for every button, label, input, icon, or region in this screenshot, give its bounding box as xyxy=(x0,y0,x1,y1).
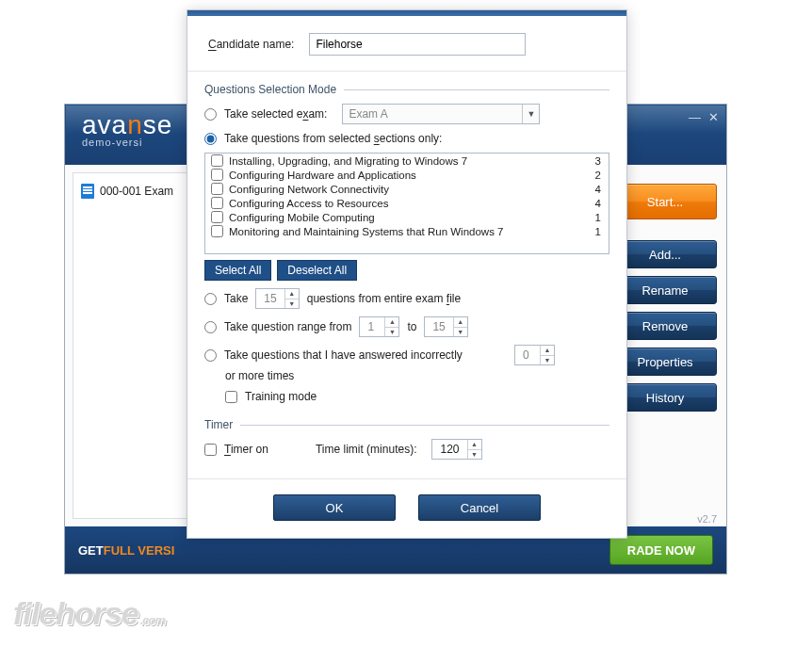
select-all-button[interactable]: Select All xyxy=(204,260,271,281)
spin-down-icon[interactable]: ▼ xyxy=(285,299,299,309)
section-count: 2 xyxy=(595,170,603,181)
close-icon[interactable]: ✕ xyxy=(708,110,719,124)
range-to-spinner[interactable]: 15▲▼ xyxy=(424,316,467,337)
candidate-name-input[interactable] xyxy=(309,33,526,56)
training-mode-checkbox[interactable] xyxy=(225,391,237,403)
add-button[interactable]: Add... xyxy=(613,240,717,268)
history-button[interactable]: History xyxy=(613,383,717,412)
ok-button[interactable]: OK xyxy=(273,494,396,521)
questions-selection-mode-heading: Questions Selection Mode xyxy=(204,83,609,96)
exam-item-label: 000-001 Exam xyxy=(100,185,173,198)
section-row[interactable]: Configuring Hardware and Applications2 xyxy=(205,168,609,182)
section-checkbox[interactable] xyxy=(211,154,223,167)
range-from-spinner[interactable]: 1▲▼ xyxy=(359,316,399,337)
spin-up-icon[interactable]: ▲ xyxy=(285,289,299,299)
section-label: Configuring Network Connectivity xyxy=(229,184,389,195)
time-limit-label: Time limit (minutes): xyxy=(316,443,417,456)
section-row[interactable]: Monitoring and Maintaining Systems that … xyxy=(205,224,609,238)
section-checkbox[interactable] xyxy=(211,225,223,237)
section-row[interactable]: Configuring Network Connectivity4 xyxy=(205,182,609,196)
timer-on-label: Timer on xyxy=(224,443,268,456)
section-label: Installing, Upgrading, and Migrating to … xyxy=(229,155,467,167)
section-row[interactable]: Configuring Mobile Computing1 xyxy=(205,210,609,224)
filehorse-watermark: filehorse.com xyxy=(13,595,165,632)
incorrect-times-spinner[interactable]: 0▲▼ xyxy=(514,345,555,365)
take-incorrect-radio[interactable] xyxy=(204,349,217,362)
section-count: 1 xyxy=(595,226,603,237)
section-count: 4 xyxy=(595,184,603,195)
take-selected-exam-label: Take selected exam: xyxy=(224,107,327,121)
candidate-name-label: Candidate name: xyxy=(208,38,294,51)
question-count-spinner[interactable]: 15▲▼ xyxy=(255,288,299,309)
remove-button[interactable]: Remove xyxy=(613,312,717,340)
timer-heading: Timer xyxy=(204,418,609,431)
upgrade-button[interactable]: RADE NOW xyxy=(609,535,713,565)
minimize-icon[interactable]: — xyxy=(689,110,701,124)
start-button[interactable]: Start... xyxy=(613,184,717,219)
exam-combo-value: Exam A xyxy=(349,107,387,121)
section-label: Configuring Access to Resources xyxy=(229,198,388,209)
version-label: v2.7 xyxy=(697,513,717,525)
exam-combo[interactable]: Exam A ▼ xyxy=(342,104,540,124)
take-selected-exam-radio[interactable] xyxy=(204,108,217,121)
document-icon xyxy=(81,184,94,199)
section-checkbox[interactable] xyxy=(211,197,223,209)
training-mode-label: Training mode xyxy=(245,390,317,403)
start-exam-dialog: Candidate name: Questions Selection Mode… xyxy=(187,9,627,539)
properties-button[interactable]: Properties xyxy=(613,348,717,376)
action-button-column: Start... Add... Rename Remove Properties… xyxy=(613,165,726,526)
rename-button[interactable]: Rename xyxy=(613,276,717,304)
cancel-button[interactable]: Cancel xyxy=(418,494,541,521)
section-checkbox[interactable] xyxy=(211,169,223,181)
section-row[interactable]: Installing, Upgrading, and Migrating to … xyxy=(205,154,609,168)
section-count: 4 xyxy=(595,198,603,209)
time-limit-spinner[interactable]: 120▲▼ xyxy=(431,439,481,460)
take-sections-label: Take questions from selected sections on… xyxy=(224,132,442,145)
section-label: Monitoring and Maintaining Systems that … xyxy=(229,226,503,237)
timer-on-checkbox[interactable] xyxy=(204,444,217,456)
section-label: Configuring Hardware and Applications xyxy=(229,170,416,181)
chevron-down-icon: ▼ xyxy=(522,105,539,123)
take-sections-radio[interactable] xyxy=(204,133,217,145)
section-count: 1 xyxy=(595,212,603,223)
section-checkbox[interactable] xyxy=(211,211,223,223)
product-logo: avanse demo-versi xyxy=(82,110,172,148)
take-range-radio[interactable] xyxy=(204,321,217,333)
section-count: 3 xyxy=(595,155,603,167)
take-count-radio[interactable] xyxy=(204,293,217,305)
section-checkbox[interactable] xyxy=(211,183,223,195)
sections-listbox[interactable]: Installing, Upgrading, and Migrating to … xyxy=(204,153,609,254)
deselect-all-button[interactable]: Deselect All xyxy=(277,260,357,281)
section-row[interactable]: Configuring Access to Resources4 xyxy=(205,196,609,210)
section-label: Configuring Mobile Computing xyxy=(229,212,375,223)
